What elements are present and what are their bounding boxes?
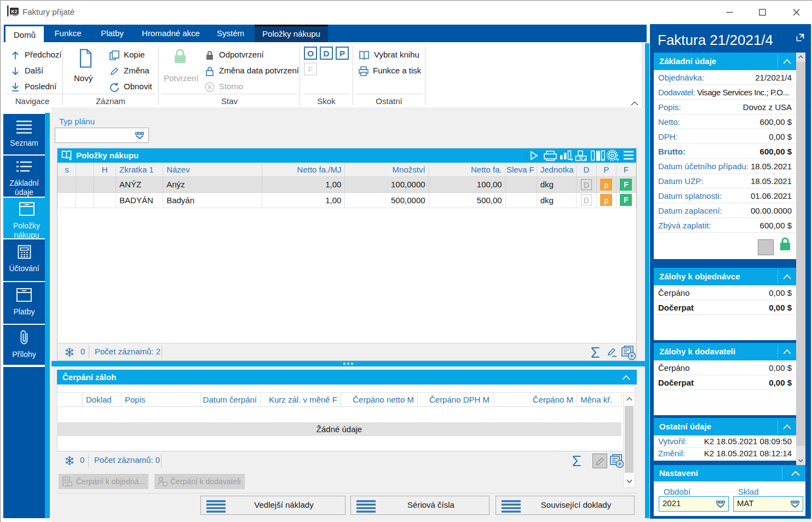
svg-text:D: D xyxy=(324,49,330,58)
svg-text:P: P xyxy=(339,49,345,58)
svg-text:K2: K2 xyxy=(11,9,18,14)
svg-text:O: O xyxy=(307,49,314,58)
svg-text:F: F xyxy=(308,65,313,74)
